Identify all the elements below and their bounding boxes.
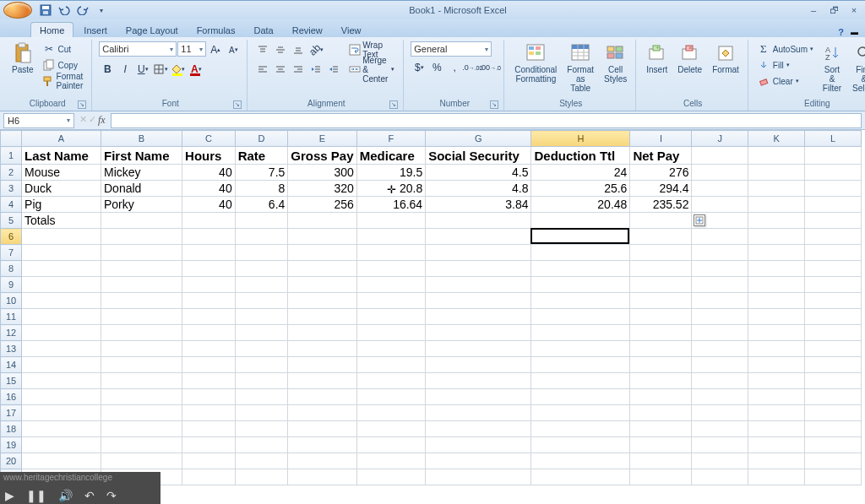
row-header-3[interactable]: 3	[1, 181, 22, 197]
cell[interactable]	[531, 325, 630, 341]
cell[interactable]	[426, 293, 531, 309]
row-header-12[interactable]: 12	[1, 325, 22, 341]
cell[interactable]	[692, 197, 748, 213]
cell[interactable]	[182, 213, 236, 229]
cell[interactable]: 40	[182, 197, 236, 213]
underline-button[interactable]: U▾	[134, 61, 151, 78]
cell[interactable]	[426, 277, 531, 293]
cell[interactable]	[531, 309, 630, 325]
shrink-font-button[interactable]: A▾	[225, 41, 242, 58]
row-header-18[interactable]: 18	[1, 421, 22, 437]
row-header-17[interactable]: 17	[1, 405, 22, 421]
cell[interactable]	[630, 261, 692, 277]
row-header-7[interactable]: 7	[1, 245, 22, 261]
cell[interactable]	[288, 469, 356, 485]
cell[interactable]	[805, 453, 862, 469]
col-header-L[interactable]: L	[805, 131, 862, 147]
cell[interactable]	[531, 357, 630, 373]
cell[interactable]	[805, 245, 862, 261]
cell[interactable]	[288, 357, 356, 373]
help-icon[interactable]: ?	[838, 27, 844, 37]
cell[interactable]: Mickey	[101, 165, 182, 181]
cell[interactable]	[182, 421, 236, 437]
cell[interactable]: 40	[182, 181, 236, 197]
cell[interactable]	[356, 277, 425, 293]
cell[interactable]	[288, 389, 356, 405]
cell[interactable]	[426, 341, 531, 357]
cell[interactable]	[356, 421, 425, 437]
cell[interactable]	[531, 373, 630, 389]
cell[interactable]	[426, 469, 531, 485]
cell[interactable]: 276	[630, 165, 692, 181]
cell[interactable]: Rate	[235, 147, 288, 165]
cell[interactable]: 6.4	[235, 197, 288, 213]
cell[interactable]: Medicare	[356, 147, 425, 165]
cell[interactable]	[288, 421, 356, 437]
cell[interactable]	[22, 325, 101, 341]
cell[interactable]	[182, 293, 236, 309]
cell[interactable]	[182, 341, 236, 357]
cell[interactable]	[235, 389, 288, 405]
cell[interactable]	[692, 341, 748, 357]
align-bottom-button[interactable]	[290, 41, 307, 58]
cell[interactable]	[805, 357, 862, 373]
increase-indent-button[interactable]	[325, 61, 342, 78]
copy-button[interactable]: Copy	[41, 57, 87, 73]
cell[interactable]: 235.52	[630, 197, 692, 213]
sort-filter-button[interactable]: AZSort & Filter	[819, 41, 846, 95]
cell[interactable]	[531, 453, 630, 469]
cell[interactable]	[22, 245, 101, 261]
cell[interactable]	[288, 453, 356, 469]
row-header-4[interactable]: 4	[1, 197, 22, 213]
cell[interactable]	[692, 293, 748, 309]
cell[interactable]	[235, 421, 288, 437]
tab-data[interactable]: Data	[245, 23, 281, 37]
cell[interactable]: 7.5	[235, 165, 288, 181]
cell[interactable]	[748, 165, 805, 181]
cell[interactable]	[356, 373, 425, 389]
name-box[interactable]: H6▾	[3, 113, 74, 128]
save-icon[interactable]	[37, 3, 54, 18]
increase-decimal-button[interactable]: .0→.00	[464, 59, 481, 76]
cell[interactable]	[288, 325, 356, 341]
cell[interactable]	[101, 261, 182, 277]
row-header-20[interactable]: 20	[1, 453, 22, 469]
cell[interactable]	[426, 389, 531, 405]
cell[interactable]	[356, 405, 425, 421]
cell[interactable]	[692, 373, 748, 389]
tab-formulas[interactable]: Formulas	[188, 23, 244, 37]
cell[interactable]	[22, 373, 101, 389]
cell[interactable]	[356, 261, 425, 277]
bold-button[interactable]: B	[99, 61, 116, 78]
cell[interactable]	[748, 357, 805, 373]
cell[interactable]	[235, 373, 288, 389]
row-header-11[interactable]: 11	[1, 309, 22, 325]
cell[interactable]	[805, 197, 862, 213]
cell[interactable]	[531, 293, 630, 309]
cell[interactable]	[22, 357, 101, 373]
merge-center-button[interactable]: Merge & Center▾	[345, 61, 398, 78]
cell[interactable]	[356, 309, 425, 325]
font-size-dropdown[interactable]: 11▾	[177, 41, 206, 57]
delete-cells-button[interactable]: ×Delete	[674, 41, 705, 76]
format-cells-button[interactable]: Format	[709, 41, 743, 76]
cell[interactable]	[235, 213, 288, 229]
cell[interactable]	[101, 437, 182, 453]
cell[interactable]	[101, 213, 182, 229]
row-header-1[interactable]: 1	[1, 147, 22, 165]
cell[interactable]	[805, 373, 862, 389]
cell[interactable]	[426, 229, 531, 245]
cell[interactable]	[692, 245, 748, 261]
cell[interactable]	[101, 293, 182, 309]
cell[interactable]	[101, 389, 182, 405]
cell[interactable]	[692, 437, 748, 453]
cell[interactable]	[288, 309, 356, 325]
cell[interactable]	[630, 453, 692, 469]
cell[interactable]	[805, 229, 862, 245]
cell[interactable]	[356, 437, 425, 453]
cell[interactable]	[288, 261, 356, 277]
align-right-button[interactable]	[290, 61, 307, 78]
cell[interactable]	[182, 453, 236, 469]
tab-home[interactable]: Home	[30, 22, 73, 37]
cell[interactable]	[182, 277, 236, 293]
